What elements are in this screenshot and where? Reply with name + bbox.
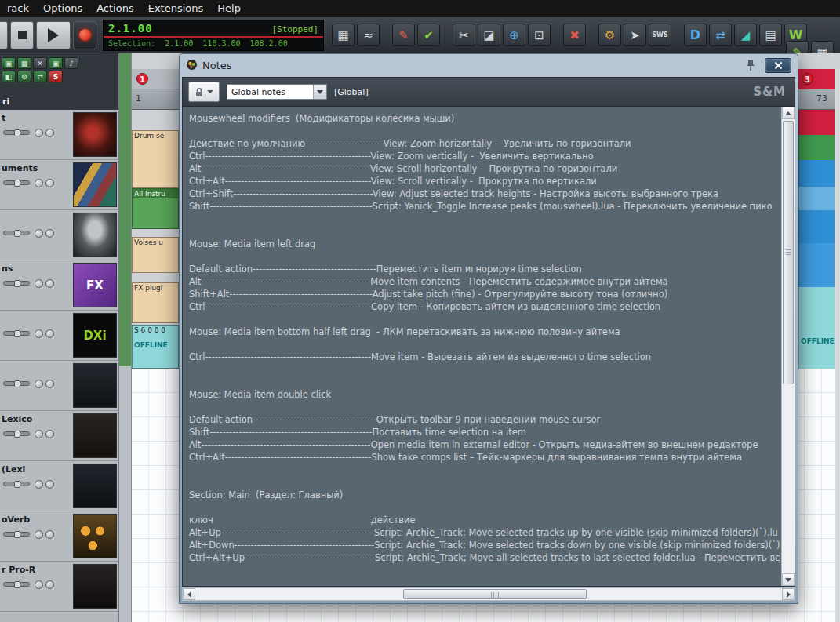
stop-button[interactable]	[10, 21, 34, 49]
media-item-sampler[interactable]: S 6 0 0 0 OFFLINE	[132, 325, 179, 369]
track-row[interactable]: oVerb	[0, 511, 118, 562]
phase-button[interactable]: ◧	[2, 71, 16, 82]
zoom-in-icon[interactable]: ⊕	[503, 24, 525, 46]
record-button[interactable]	[73, 21, 96, 49]
monitor-button[interactable]	[45, 430, 54, 438]
check-icon[interactable]: ✔	[417, 24, 440, 46]
record-arm-button[interactable]	[35, 530, 43, 539]
media-item-fx[interactable]: FX plugi	[132, 282, 179, 323]
track-row[interactable]: (Lexi	[0, 461, 118, 511]
slider-knob[interactable]	[14, 129, 20, 136]
monitor-button[interactable]	[45, 329, 54, 338]
scroll-left-button[interactable]	[183, 588, 195, 600]
track-row[interactable]: ns FX	[0, 260, 118, 311]
record-arm-button[interactable]	[35, 380, 43, 388]
rewind-button[interactable]	[0, 21, 8, 49]
volume-slider[interactable]	[3, 532, 30, 537]
slider-knob[interactable]	[14, 380, 20, 387]
pin-button[interactable]	[741, 59, 760, 73]
volume-slider[interactable]	[3, 180, 30, 185]
slider-knob[interactable]	[14, 280, 20, 287]
hscrollbar-thumb[interactable]	[403, 589, 587, 599]
media-item-instruments[interactable]: All Instru	[132, 188, 179, 229]
scroll-right-button[interactable]	[782, 588, 795, 600]
panel-divider[interactable]	[119, 53, 132, 622]
remove-button[interactable]: ✕	[33, 57, 47, 69]
monitor-button[interactable]	[45, 179, 54, 187]
record-arm-button[interactable]	[35, 580, 43, 589]
monitor-button[interactable]	[45, 480, 54, 489]
scroll-up-button[interactable]	[782, 107, 795, 119]
track-thumbnail[interactable]	[73, 564, 117, 609]
slider-knob[interactable]	[14, 431, 20, 438]
track-row[interactable]: uments	[0, 160, 118, 210]
record-arm-button[interactable]	[35, 179, 43, 187]
marker-badge[interactable]: 3	[802, 73, 813, 85]
envelope-icon[interactable]: ≈	[357, 24, 380, 46]
slider-knob[interactable]	[14, 180, 20, 187]
monitor-button[interactable]	[45, 279, 54, 288]
link-button[interactable]: ⇄	[33, 71, 47, 82]
sws-badge-icon[interactable]: SWS	[649, 24, 671, 46]
notes-title-bar[interactable]: Notes	[182, 54, 795, 77]
track-row[interactable]: t	[0, 110, 118, 160]
chevron-down-icon[interactable]	[313, 85, 326, 99]
close-button[interactable]	[765, 58, 791, 73]
notes-type-dropdown[interactable]: Global notes	[227, 84, 327, 100]
track-thumbnail[interactable]	[73, 363, 117, 408]
lock-button[interactable]	[188, 82, 220, 102]
midi-button[interactable]: ♪	[64, 57, 78, 69]
track-thumbnail[interactable]: DXi	[73, 313, 117, 358]
track-row[interactable]: DXi	[0, 311, 118, 361]
volume-slider[interactable]	[3, 381, 30, 386]
media-item-drums[interactable]: Drum se	[132, 130, 179, 188]
track-thumbnail[interactable]	[73, 464, 117, 508]
settings-button[interactable]: ⚙	[17, 71, 31, 82]
track-thumbnail[interactable]	[73, 162, 117, 207]
slider-knob[interactable]	[14, 581, 20, 588]
monitor-button[interactable]	[45, 530, 54, 539]
track-row[interactable]	[0, 210, 118, 260]
media-item-right[interactable]	[798, 187, 835, 210]
arrange-scrollbar[interactable]	[835, 69, 840, 622]
volume-slider[interactable]	[3, 130, 30, 135]
slider-knob[interactable]	[14, 531, 20, 538]
media-item-right-sampler[interactable]: OFFLINE	[798, 287, 835, 369]
monitor-button[interactable]	[45, 380, 54, 388]
media-item-voices[interactable]: Voises u	[132, 237, 179, 273]
volume-slider[interactable]	[3, 582, 30, 587]
notes-text[interactable]: Mousewheel modifiers (Модификаторы колес…	[183, 107, 781, 586]
docker-icon[interactable]: D	[684, 24, 707, 46]
grid-edit-icon[interactable]: ▤	[759, 24, 782, 46]
media-item-right[interactable]	[798, 243, 835, 287]
cursor-icon[interactable]: ➤	[624, 24, 646, 46]
marker-badge[interactable]: 1	[136, 73, 148, 85]
solo-button[interactable]: S	[49, 71, 63, 82]
track-thumbnail[interactable]	[73, 514, 117, 558]
media-item-right[interactable]	[798, 110, 835, 135]
media-item-right[interactable]	[798, 210, 835, 243]
scrollbar-thumb[interactable]	[783, 121, 794, 384]
track-thumbnail[interactable]	[73, 112, 117, 157]
fx-chain-button[interactable]: ▣	[2, 57, 16, 69]
volume-slider[interactable]	[3, 482, 30, 486]
track-row[interactable]: Lexico	[0, 411, 118, 461]
track-row[interactable]	[0, 361, 118, 411]
record-arm-button[interactable]	[35, 329, 43, 338]
wrench-icon[interactable]: ⚙	[598, 24, 621, 46]
automation-icon[interactable]: ✎	[392, 24, 415, 46]
monitor-button[interactable]: ▣	[49, 57, 63, 69]
media-item-right[interactable]	[798, 160, 835, 187]
track-thumbnail[interactable]	[73, 213, 117, 257]
volume-slider[interactable]	[3, 431, 30, 436]
node-icon[interactable]: ◢	[734, 24, 757, 46]
monitor-button[interactable]	[45, 229, 54, 238]
zoom-select-icon[interactable]: ⊡	[528, 24, 551, 46]
scissors-icon[interactable]: ✂	[453, 24, 475, 46]
volume-slider[interactable]	[3, 281, 30, 286]
vertical-scrollbar[interactable]	[781, 107, 795, 586]
menu-help[interactable]: Help	[210, 0, 248, 17]
volume-slider[interactable]	[3, 231, 30, 235]
monitor-button[interactable]	[45, 580, 54, 589]
record-arm-button[interactable]	[35, 129, 43, 137]
